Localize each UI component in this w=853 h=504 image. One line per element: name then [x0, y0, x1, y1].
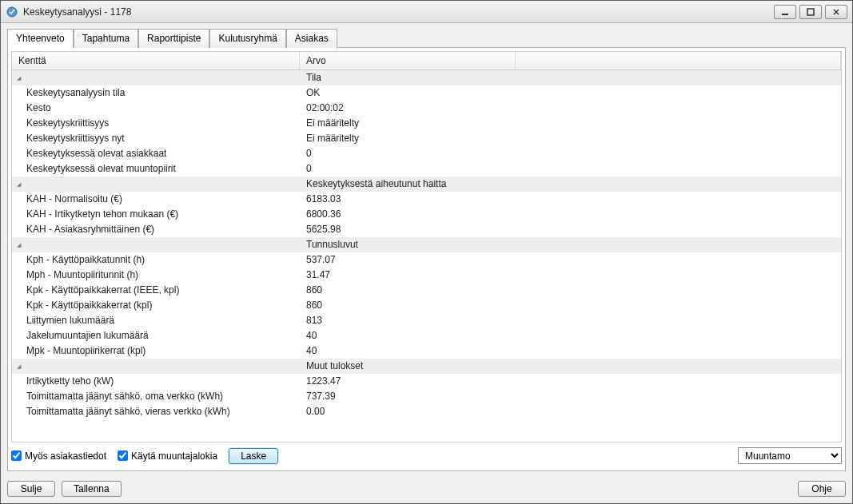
data-row[interactable]: Kesto02:00:02 [12, 101, 841, 116]
titlebar: Keskeytysanalyysi - 1178 [1, 1, 852, 23]
data-row[interactable]: Keskeytyskriittisyys nytEi määritelty [12, 131, 841, 146]
data-row[interactable]: KAH - Asiakasryhmittäinen (€)5625.98 [12, 222, 841, 237]
field-label: Jakelumuuntajien lukumäärä [12, 328, 300, 343]
section-title: Tunnusluvut [300, 237, 841, 252]
field-label: KAH - Asiakasryhmittäinen (€) [12, 222, 300, 236]
field-value: 6183.03 [300, 192, 841, 206]
field-value: 1223.47 [300, 374, 841, 388]
field-label: Mph - Muuntopiiritunnit (h) [12, 268, 300, 282]
save-button[interactable]: Tallenna [62, 481, 122, 497]
data-row[interactable]: KAH - Normalisoitu (€)6183.03 [12, 192, 841, 207]
scope-dropdown[interactable]: Muuntamo [738, 447, 842, 464]
field-label: Kpk - Käyttöpaikkakerrat (IEEE, kpl) [12, 283, 300, 297]
calculate-button[interactable]: Laske [229, 448, 278, 464]
data-row[interactable]: Toimittamatta jäänyt sähkö, oma verkko (… [12, 389, 841, 404]
close-button[interactable] [825, 5, 847, 19]
checkbox-transformer-log-input[interactable] [118, 450, 128, 461]
minimize-button[interactable] [774, 5, 796, 19]
column-field[interactable]: Kenttä [12, 52, 300, 69]
data-row[interactable]: Mpk - Muuntopiirikerrat (kpl)40 [12, 343, 841, 359]
tab-yhteenveto[interactable]: Yhteenveto [7, 29, 74, 48]
data-row[interactable]: Jakelumuuntajien lukumäärä40 [12, 328, 841, 343]
scope-select[interactable]: Muuntamo [738, 447, 842, 464]
field-value: Ei määritelty [300, 131, 841, 145]
tab-bar: YhteenvetoTapahtumaRaporttipisteKulutusr… [7, 28, 846, 48]
field-label: Toimittamatta jäänyt sähkö, vieras verkk… [12, 404, 300, 419]
section-toggle[interactable] [12, 237, 300, 252]
field-label: Liittymien lukumäärä [12, 313, 300, 327]
data-row[interactable]: Kpk - Käyttöpaikkakerrat (IEEE, kpl)860 [12, 283, 841, 298]
window-title: Keskeytysanalyysi - 1178 [23, 6, 774, 18]
column-value[interactable]: Arvo [300, 52, 516, 69]
field-value: 6800.36 [300, 207, 841, 221]
data-row[interactable]: Kph - Käyttöpaikkatunnit (h)537.07 [12, 252, 841, 268]
data-row[interactable]: KeskeytyskriittisyysEi määritelty [12, 116, 841, 131]
tab-tapahtuma[interactable]: Tapahtuma [74, 29, 138, 48]
field-value: OK [300, 85, 841, 100]
data-row[interactable]: Mph - Muuntopiiritunnit (h)31.47 [12, 268, 841, 283]
field-label: Toimittamatta jäänyt sähkö, oma verkko (… [12, 389, 300, 403]
tab-raporttipiste[interactable]: Raporttipiste [138, 29, 209, 48]
field-label: Mpk - Muuntopiirikerrat (kpl) [12, 343, 300, 358]
field-value: 02:00:02 [300, 101, 841, 115]
field-value: 537.07 [300, 252, 841, 267]
field-value: 5625.98 [300, 222, 841, 236]
section-header[interactable]: Muut tulokset [12, 359, 841, 374]
field-value: 860 [300, 298, 841, 312]
svg-rect-2 [807, 9, 814, 15]
checkbox-customer-data[interactable]: Myös asiakastiedot [11, 450, 106, 462]
field-label: Keskeytyskriittisyys [12, 116, 300, 130]
maximize-button[interactable] [799, 5, 822, 19]
checkbox-transformer-log-label: Käytä muuntajalokia [131, 450, 217, 462]
section-title: Muut tulokset [300, 359, 841, 373]
checkbox-customer-data-input[interactable] [11, 450, 22, 461]
section-toggle[interactable] [12, 70, 300, 85]
section-title: Keskeytyksestä aiheutunut haitta [300, 177, 841, 191]
data-row[interactable]: KAH - Irtikytketyn tehon mukaan (€)6800.… [12, 207, 841, 222]
field-value: 0 [300, 161, 841, 176]
data-row[interactable]: Kpk - Käyttöpaikkakerrat (kpl)860 [12, 298, 841, 313]
data-row[interactable]: Keskeytyksessä olevat muuntopiirit0 [12, 161, 841, 177]
window-controls [774, 5, 847, 19]
section-header[interactable]: Keskeytyksestä aiheutunut haitta [12, 177, 841, 192]
app-icon [6, 6, 18, 18]
grid-body: TilaKeskeytysanalyysin tilaOKKesto02:00:… [12, 70, 841, 419]
section-header[interactable]: Tila [12, 70, 841, 85]
tab-kulutusryhmä[interactable]: Kulutusryhmä [209, 29, 285, 48]
column-spacer [516, 52, 841, 69]
section-toggle[interactable] [12, 177, 300, 191]
checkbox-transformer-log[interactable]: Käytä muuntajalokia [118, 450, 217, 462]
data-grid: Kenttä Arvo TilaKeskeytysanalyysin tilaO… [11, 51, 842, 442]
field-label: Keskeytyksessä olevat muuntopiirit [12, 161, 300, 176]
section-toggle[interactable] [12, 359, 300, 373]
field-value: 40 [300, 328, 841, 343]
data-row[interactable]: Toimittamatta jäänyt sähkö, vieras verkk… [12, 404, 841, 419]
data-row[interactable]: Keskeytysanalyysin tilaOK [12, 85, 841, 101]
data-row[interactable]: Irtikytketty teho (kW)1223.47 [12, 374, 841, 389]
content-area: YhteenvetoTapahtumaRaporttipisteKulutusr… [1, 23, 852, 478]
field-value: 31.47 [300, 268, 841, 282]
field-value: 0 [300, 146, 841, 161]
close-dialog-button[interactable]: Sulje [7, 481, 55, 497]
help-button[interactable]: Ohje [798, 481, 846, 497]
field-value: 813 [300, 313, 841, 327]
field-label: Kpk - Käyttöpaikkakerrat (kpl) [12, 298, 300, 312]
tab-panel: Kenttä Arvo TilaKeskeytysanalyysin tilaO… [7, 48, 846, 471]
svg-rect-1 [782, 14, 788, 15]
section-title: Tila [300, 70, 841, 85]
field-value: 0.00 [300, 404, 841, 419]
field-label: KAH - Irtikytketyn tehon mukaan (€) [12, 207, 300, 221]
data-row[interactable]: Keskeytyksessä olevat asiakkaat0 [12, 146, 841, 161]
grid-header: Kenttä Arvo [12, 52, 841, 70]
field-value: 860 [300, 283, 841, 297]
field-label: Keskeytyskriittisyys nyt [12, 131, 300, 145]
field-label: Irtikytketty teho (kW) [12, 374, 300, 388]
field-value: Ei määritelty [300, 116, 841, 130]
field-label: Keskeytyksessä olevat asiakkaat [12, 146, 300, 161]
data-row[interactable]: Liittymien lukumäärä813 [12, 313, 841, 328]
field-label: Kesto [12, 101, 300, 115]
footer-bar: Sulje Tallenna Ohje [1, 478, 852, 503]
tab-asiakas[interactable]: Asiakas [286, 29, 337, 48]
section-header[interactable]: Tunnusluvut [12, 237, 841, 252]
field-value: 40 [300, 343, 841, 358]
